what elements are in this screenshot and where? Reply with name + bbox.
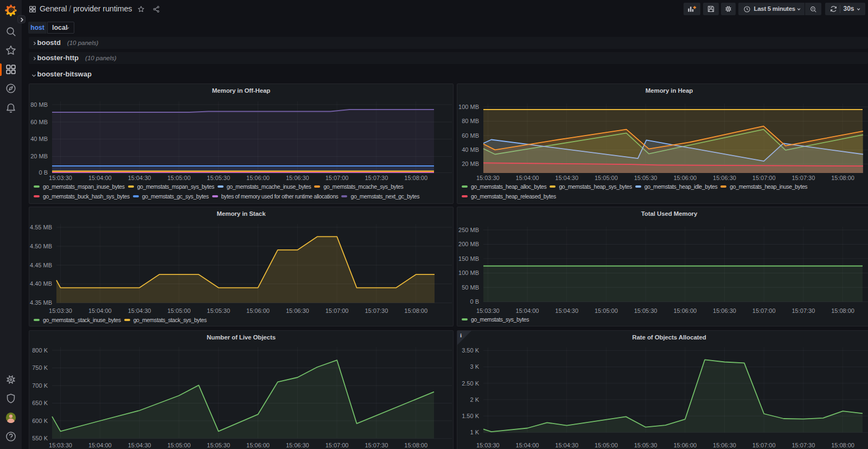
svg-text:15:06:30: 15:06:30	[713, 442, 736, 448]
svg-text:15:07:00: 15:07:00	[326, 307, 349, 313]
svg-text:15:07:30: 15:07:30	[365, 442, 388, 448]
svg-text:600 K: 600 K	[32, 417, 48, 424]
svg-text:15:07:30: 15:07:30	[792, 442, 815, 448]
svg-text:15:03:30: 15:03:30	[476, 175, 500, 181]
svg-text:15:05:30: 15:05:30	[207, 307, 230, 313]
svg-text:700 K: 700 K	[32, 382, 48, 388]
svg-text:15:06:00: 15:06:00	[673, 442, 697, 448]
svg-text:2.50 K: 2.50 K	[462, 380, 479, 386]
svg-text:4.45 MB: 4.45 MB	[30, 262, 52, 268]
svg-text:15:05:30: 15:05:30	[634, 442, 658, 448]
svg-text:15:06:00: 15:06:00	[246, 442, 270, 448]
svg-text:15:04:00: 15:04:00	[516, 175, 539, 181]
svg-text:15:07:30: 15:07:30	[365, 175, 388, 181]
svg-text:15:05:00: 15:05:00	[595, 307, 618, 313]
svg-text:15:08:00: 15:08:00	[831, 307, 854, 313]
svg-text:15:06:30: 15:06:30	[713, 307, 736, 313]
svg-text:15:06:00: 15:06:00	[673, 307, 697, 313]
svg-text:15:03:30: 15:03:30	[49, 442, 72, 448]
svg-text:20 MB: 20 MB	[462, 161, 479, 167]
svg-text:1 K: 1 K	[470, 429, 479, 435]
svg-text:15:05:00: 15:05:00	[595, 442, 618, 448]
svg-text:20 MB: 20 MB	[30, 153, 48, 159]
svg-text:15:07:00: 15:07:00	[326, 175, 349, 181]
svg-text:15:06:30: 15:06:30	[713, 175, 736, 181]
svg-text:15:05:00: 15:05:00	[167, 175, 190, 181]
svg-text:4.55 MB: 4.55 MB	[30, 224, 52, 230]
svg-text:4.50 MB: 4.50 MB	[30, 243, 52, 249]
svg-text:15:07:00: 15:07:00	[752, 307, 776, 313]
svg-text:15:04:00: 15:04:00	[88, 175, 112, 181]
svg-text:80 MB: 80 MB	[30, 101, 48, 108]
svg-text:15:08:00: 15:08:00	[831, 442, 854, 448]
svg-text:40 MB: 40 MB	[462, 146, 479, 153]
svg-text:15:08:00: 15:08:00	[404, 442, 427, 448]
svg-text:15:04:30: 15:04:30	[555, 175, 578, 181]
svg-text:15:05:00: 15:05:00	[167, 307, 190, 313]
svg-text:1.50 K: 1.50 K	[462, 413, 479, 419]
svg-text:15:03:30: 15:03:30	[49, 307, 72, 313]
svg-text:15:06:00: 15:06:00	[246, 175, 270, 181]
svg-text:15:04:00: 15:04:00	[88, 307, 112, 313]
svg-text:15:04:30: 15:04:30	[555, 442, 578, 448]
svg-text:15:04:30: 15:04:30	[128, 175, 151, 181]
svg-text:60 MB: 60 MB	[30, 119, 48, 125]
svg-text:100 MB: 100 MB	[458, 104, 479, 110]
svg-text:15:07:30: 15:07:30	[792, 307, 815, 313]
svg-text:750 K: 750 K	[32, 364, 48, 371]
svg-text:250 MB: 250 MB	[458, 227, 479, 233]
svg-text:15:07:30: 15:07:30	[792, 175, 815, 181]
svg-text:15:04:00: 15:04:00	[516, 442, 539, 448]
svg-text:15:03:30: 15:03:30	[476, 442, 500, 448]
svg-text:15:08:00: 15:08:00	[831, 175, 854, 181]
svg-text:15:05:00: 15:05:00	[167, 442, 190, 448]
svg-text:80 MB: 80 MB	[462, 118, 479, 124]
svg-text:650 K: 650 K	[32, 400, 48, 406]
svg-text:15:05:00: 15:05:00	[595, 175, 618, 181]
svg-text:200 MB: 200 MB	[458, 241, 479, 247]
svg-text:50 MB: 50 MB	[462, 284, 479, 291]
svg-text:15:06:00: 15:06:00	[246, 307, 270, 313]
svg-text:4.35 MB: 4.35 MB	[30, 299, 52, 306]
svg-text:15:03:30: 15:03:30	[49, 175, 72, 181]
svg-text:15:05:30: 15:05:30	[634, 307, 658, 313]
svg-text:15:06:30: 15:06:30	[286, 307, 309, 313]
svg-text:150 MB: 150 MB	[458, 255, 479, 262]
svg-text:15:06:30: 15:06:30	[286, 175, 309, 181]
svg-text:3.50 K: 3.50 K	[462, 347, 479, 354]
svg-text:15:04:30: 15:04:30	[555, 307, 578, 313]
svg-text:15:04:00: 15:04:00	[516, 307, 539, 313]
svg-text:15:04:30: 15:04:30	[128, 307, 151, 313]
svg-text:15:05:30: 15:05:30	[207, 175, 230, 181]
svg-text:15:03:30: 15:03:30	[476, 307, 500, 313]
svg-text:15:07:00: 15:07:00	[752, 175, 776, 181]
svg-text:15:04:00: 15:04:00	[88, 442, 112, 448]
svg-text:15:06:30: 15:06:30	[286, 442, 309, 448]
svg-text:40 MB: 40 MB	[30, 136, 48, 142]
svg-text:15:04:30: 15:04:30	[128, 442, 151, 448]
svg-text:15:05:30: 15:05:30	[634, 175, 658, 181]
svg-text:0 B: 0 B	[470, 298, 479, 305]
svg-text:15:05:30: 15:05:30	[207, 442, 230, 448]
svg-text:15:08:00: 15:08:00	[404, 307, 427, 313]
svg-text:15:07:00: 15:07:00	[752, 442, 776, 448]
svg-text:4.40 MB: 4.40 MB	[30, 280, 52, 287]
svg-text:100 MB: 100 MB	[458, 270, 479, 276]
svg-text:800 K: 800 K	[32, 347, 48, 353]
svg-text:550 K: 550 K	[32, 435, 48, 441]
svg-text:15:08:00: 15:08:00	[404, 175, 427, 181]
svg-text:0 B: 0 B	[39, 169, 48, 176]
svg-text:15:07:30: 15:07:30	[365, 307, 388, 313]
svg-text:2 K: 2 K	[470, 396, 479, 402]
svg-text:15:07:00: 15:07:00	[326, 442, 349, 448]
svg-text:3 K: 3 K	[470, 363, 479, 370]
svg-text:15:06:00: 15:06:00	[673, 175, 697, 181]
svg-text:60 MB: 60 MB	[462, 132, 479, 139]
